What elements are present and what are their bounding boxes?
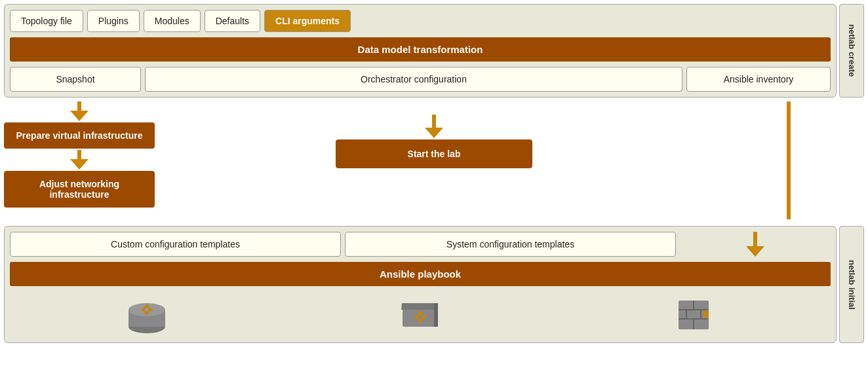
snapshot-label: Snapshot	[56, 74, 94, 84]
svg-rect-22	[706, 310, 709, 319]
main-wrapper: Topology file Plugins Modules Defaults C…	[0, 0, 868, 385]
netlab-initial-block: Custom configuration templates System co…	[4, 226, 837, 343]
arrow-top-line-center	[432, 115, 436, 128]
diagram-area: Topology file Plugins Modules Defaults C…	[4, 4, 864, 381]
top-section: Topology file Plugins Modules Defaults C…	[4, 4, 864, 98]
defaults-box: Defaults	[205, 10, 260, 32]
arrow-head-left-1	[70, 111, 89, 121]
custom-config-label: Custom configuration templates	[111, 239, 240, 249]
netlab-initial-text: netlab initial	[847, 260, 857, 310]
arrow-head-center	[425, 128, 443, 138]
adjust-networking-infrastructure-box: Adjust networking infrastructure	[4, 171, 155, 208]
netlab-create-text: netlab create	[847, 24, 857, 77]
adjust-label: Adjust networking infrastructure	[39, 179, 119, 200]
firewall-icon	[671, 295, 717, 335]
plugins-box: Plugins	[87, 10, 140, 32]
ansible-arrow-container	[713, 101, 864, 219]
data-model-transformation-label: Data model transformation	[358, 44, 483, 55]
ansible-inventory-box: Ansible inventory	[686, 67, 831, 92]
ansible-arrow-spacer	[680, 232, 831, 257]
ansible-arrow-bottom-line	[753, 232, 757, 246]
center-actions: Start the lab	[160, 101, 708, 168]
topology-file-box: Topology file	[10, 10, 83, 32]
system-config-label: System configuration templates	[446, 239, 574, 249]
svg-rect-8	[401, 303, 437, 310]
custom-config-box: Custom configuration templates	[10, 232, 341, 257]
orchestrator-label: Orchestrator configuration	[361, 74, 467, 84]
netlab-create-block: Topology file Plugins Modules Defaults C…	[4, 4, 837, 98]
start-lab-label: Start the lab	[408, 149, 461, 159]
snapshot-box: Snapshot	[10, 67, 141, 92]
ansible-arrow-head	[746, 246, 764, 257]
arrow-mid-line-left	[77, 150, 81, 159]
prepare-virtual-infrastructure-box: Prepare virtual infrastructure	[4, 122, 155, 149]
topology-file-label: Topology file	[21, 16, 72, 26]
defaults-label: Defaults	[216, 16, 249, 26]
cli-arguments-label: CLI arguments	[275, 16, 340, 26]
plugins-label: Plugins	[98, 16, 128, 26]
icons-row	[10, 291, 831, 337]
ansible-inventory-label: Ansible inventory	[724, 74, 794, 84]
boxes-row2: Snapshot Orchestrator configuration Ansi…	[10, 67, 831, 92]
switch-icon	[397, 295, 443, 335]
modules-label: Modules	[155, 16, 189, 26]
data-model-transformation-bar: Data model transformation	[10, 37, 831, 62]
prepare-label: Prepare virtual infrastructure	[16, 130, 143, 141]
netlab-initial-label: netlab initial	[839, 226, 864, 343]
system-config-box: System configuration templates	[345, 232, 676, 257]
left-actions: Prepare virtual infrastructure Adjust ne…	[4, 101, 155, 208]
start-the-lab-box: Start the lab	[336, 139, 532, 168]
svg-rect-9	[434, 303, 438, 327]
arrow-head-left-2	[70, 159, 89, 170]
ansible-playbook-label: Ansible playbook	[380, 268, 461, 280]
ansible-arrow-line	[787, 101, 791, 219]
middle-section: Prepare virtual infrastructure Adjust ne…	[4, 101, 864, 219]
config-templates-row: Custom configuration templates System co…	[10, 232, 831, 257]
orchestrator-box: Orchestrator configuration	[145, 67, 682, 92]
router-icon	[124, 295, 170, 335]
netlab-create-label: netlab create	[839, 4, 864, 98]
arrow-top-line-left	[77, 101, 81, 111]
bottom-section: Custom configuration templates System co…	[4, 226, 864, 343]
modules-box: Modules	[144, 10, 201, 32]
input-boxes-row: Topology file Plugins Modules Defaults C…	[10, 10, 831, 32]
ansible-playbook-bar: Ansible playbook	[10, 262, 831, 286]
cli-arguments-box: CLI arguments	[264, 10, 351, 32]
